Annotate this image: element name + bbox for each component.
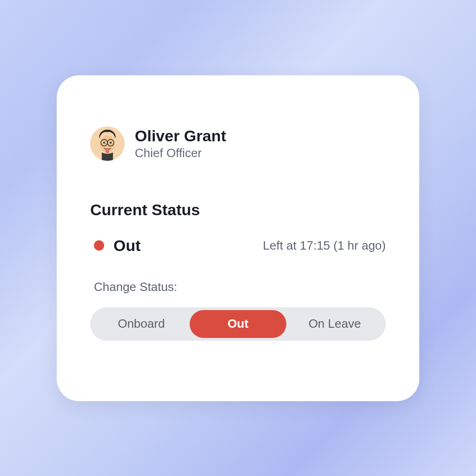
change-status-label: Change Status: [90, 280, 386, 294]
section-title: Current Status [90, 201, 386, 219]
status-option-onboard[interactable]: Onboard [93, 310, 190, 338]
status-option-out[interactable]: Out [190, 310, 286, 338]
profile-text: Oliver Grant Chief Officer [135, 126, 226, 161]
status-meta: Left at 17:15 (1 hr ago) [263, 238, 386, 253]
status-card: Oliver Grant Chief Officer Current Statu… [57, 75, 419, 401]
svg-point-7 [106, 148, 109, 153]
status-option-onleave[interactable]: On Leave [286, 310, 383, 338]
profile-row: Oliver Grant Chief Officer [90, 126, 386, 161]
profile-role: Chief Officer [135, 146, 226, 160]
status-row: Out Left at 17:15 (1 hr ago) [90, 237, 386, 255]
avatar [90, 126, 125, 161]
status-segmented-control: Onboard Out On Leave [90, 307, 386, 341]
profile-name: Oliver Grant [135, 126, 226, 145]
status-left: Out [94, 237, 141, 255]
status-dot-icon [94, 240, 104, 251]
status-value: Out [113, 237, 141, 255]
svg-point-5 [103, 142, 105, 144]
svg-point-6 [110, 142, 112, 144]
